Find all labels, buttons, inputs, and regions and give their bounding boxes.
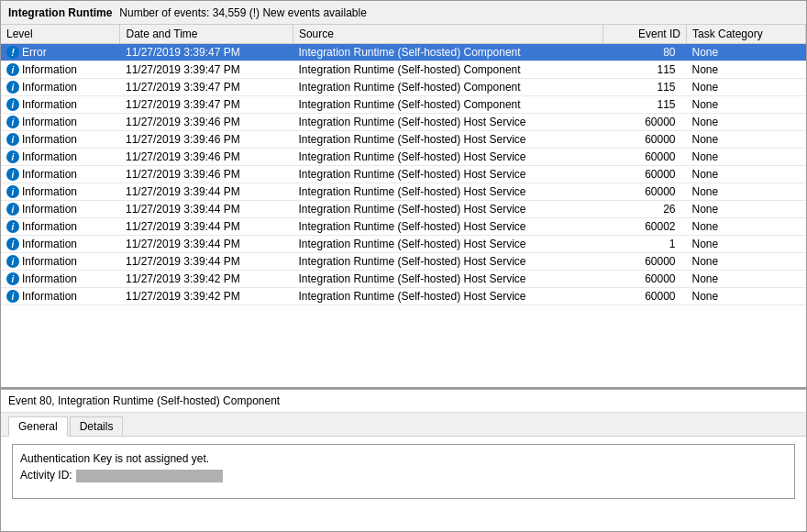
cell-eventid: 60000 — [603, 131, 687, 149]
table-row[interactable]: iInformation11/27/2019 3:39:46 PMIntegra… — [1, 131, 806, 149]
cell-source: Integration Runtime (Self-hosted) Compon… — [293, 61, 602, 79]
error-icon: ! — [6, 46, 19, 59]
title-bar: Integration Runtime Number of events: 34… — [1, 1, 806, 25]
tab-details[interactable]: Details — [70, 416, 124, 437]
cell-eventid: 60000 — [603, 166, 687, 183]
cell-taskcategory: None — [687, 79, 806, 96]
table-row[interactable]: iInformation11/27/2019 3:39:44 PMIntegra… — [1, 201, 806, 218]
cell-datetime: 11/27/2019 3:39:44 PM — [120, 218, 293, 236]
info-icon: i — [6, 116, 19, 128]
info-icon: i — [6, 81, 19, 94]
table-row[interactable]: iInformation11/27/2019 3:39:42 PMIntegra… — [1, 271, 806, 288]
level-label: Information — [22, 255, 77, 268]
cell-level: iInformation — [1, 166, 120, 183]
col-header-taskcategory: Task Category — [687, 25, 806, 44]
events-table-section: Level Date and Time Source Event ID Task… — [1, 25, 806, 389]
cell-taskcategory: None — [687, 218, 806, 236]
table-row[interactable]: iInformation11/27/2019 3:39:42 PMIntegra… — [1, 288, 806, 305]
detail-tabs: General Details — [1, 413, 806, 437]
level-label: Information — [22, 63, 77, 76]
level-label: Information — [22, 81, 77, 94]
cell-taskcategory: None — [687, 131, 806, 149]
level-label: Information — [22, 238, 77, 250]
cell-datetime: 11/27/2019 3:39:44 PM — [120, 183, 293, 201]
cell-source: Integration Runtime (Self-hosted) Host S… — [293, 253, 602, 271]
cell-taskcategory: None — [687, 149, 806, 166]
cell-source: Integration Runtime (Self-hosted) Host S… — [293, 131, 602, 149]
cell-source: Integration Runtime (Self-hosted) Host S… — [293, 183, 602, 201]
cell-level: iInformation — [1, 114, 120, 131]
cell-taskcategory: None — [687, 166, 806, 183]
cell-datetime: 11/27/2019 3:39:47 PM — [120, 79, 293, 96]
level-label: Information — [22, 150, 77, 163]
cell-level: iInformation — [1, 288, 120, 305]
level-label: Information — [22, 116, 77, 128]
table-header-row: Level Date and Time Source Event ID Task… — [1, 25, 806, 44]
cell-datetime: 11/27/2019 3:39:42 PM — [120, 288, 293, 305]
info-icon: i — [6, 203, 19, 216]
cell-source: Integration Runtime (Self-hosted) Host S… — [293, 201, 602, 218]
cell-datetime: 11/27/2019 3:39:46 PM — [120, 114, 293, 131]
level-label: Information — [22, 290, 77, 303]
cell-level: iInformation — [1, 131, 120, 149]
info-icon: i — [6, 255, 19, 268]
cell-eventid: 1 — [603, 236, 687, 253]
table-body: !Error11/27/2019 3:39:47 PMIntegration R… — [1, 44, 806, 305]
level-label: Information — [22, 220, 77, 233]
cell-level: iInformation — [1, 218, 120, 236]
table-row[interactable]: iInformation11/27/2019 3:39:47 PMIntegra… — [1, 96, 806, 114]
cell-taskcategory: None — [687, 236, 806, 253]
cell-datetime: 11/27/2019 3:39:44 PM — [120, 236, 293, 253]
table-row[interactable]: iInformation11/27/2019 3:39:44 PMIntegra… — [1, 183, 806, 201]
cell-level: iInformation — [1, 61, 120, 79]
table-row[interactable]: iInformation11/27/2019 3:39:46 PMIntegra… — [1, 114, 806, 131]
activity-id-value — [76, 470, 223, 482]
cell-datetime: 11/27/2019 3:39:46 PM — [120, 166, 293, 183]
cell-taskcategory: None — [687, 44, 806, 61]
table-row[interactable]: iInformation11/27/2019 3:39:47 PMIntegra… — [1, 61, 806, 79]
table-row[interactable]: iInformation11/27/2019 3:39:46 PMIntegra… — [1, 149, 806, 166]
cell-source: Integration Runtime (Self-hosted) Host S… — [293, 271, 602, 288]
cell-eventid: 60000 — [603, 114, 687, 131]
cell-eventid: 60000 — [603, 271, 687, 288]
cell-eventid: 60000 — [603, 288, 687, 305]
cell-datetime: 11/27/2019 3:39:46 PM — [120, 149, 293, 166]
info-icon: i — [6, 238, 19, 250]
tab-general[interactable]: General — [8, 416, 68, 437]
cell-level: !Error — [1, 44, 120, 61]
cell-source: Integration Runtime (Self-hosted) Host S… — [293, 218, 602, 236]
events-table: Level Date and Time Source Event ID Task… — [1, 25, 806, 305]
level-label: Information — [22, 98, 77, 111]
cell-datetime: 11/27/2019 3:39:47 PM — [120, 96, 293, 114]
col-header-eventid: Event ID — [603, 25, 687, 44]
cell-source: Integration Runtime (Self-hosted) Compon… — [293, 79, 602, 96]
table-row[interactable]: iInformation11/27/2019 3:39:44 PMIntegra… — [1, 253, 806, 271]
table-row[interactable]: iInformation11/27/2019 3:39:44 PMIntegra… — [1, 218, 806, 236]
cell-datetime: 11/27/2019 3:39:44 PM — [120, 201, 293, 218]
cell-level: iInformation — [1, 183, 120, 201]
cell-taskcategory: None — [687, 201, 806, 218]
table-row[interactable]: !Error11/27/2019 3:39:47 PMIntegration R… — [1, 44, 806, 61]
cell-eventid: 115 — [603, 96, 687, 114]
cell-eventid: 60000 — [603, 253, 687, 271]
main-window: Integration Runtime Number of events: 34… — [0, 0, 807, 532]
cell-datetime: 11/27/2019 3:39:42 PM — [120, 271, 293, 288]
info-icon: i — [6, 63, 19, 76]
cell-taskcategory: None — [687, 183, 806, 201]
cell-eventid: 80 — [603, 44, 687, 61]
info-icon: i — [6, 290, 19, 303]
cell-level: iInformation — [1, 79, 120, 96]
table-row[interactable]: iInformation11/27/2019 3:39:47 PMIntegra… — [1, 79, 806, 96]
cell-eventid: 60000 — [603, 183, 687, 201]
info-icon: i — [6, 220, 19, 233]
cell-level: iInformation — [1, 253, 120, 271]
cell-eventid: 115 — [603, 61, 687, 79]
cell-level: iInformation — [1, 149, 120, 166]
cell-taskcategory: None — [687, 271, 806, 288]
cell-level: iInformation — [1, 236, 120, 253]
events-count-info: Number of events: 34,559 (!) New events … — [119, 6, 366, 19]
info-icon: i — [6, 133, 19, 146]
info-icon: i — [6, 150, 19, 163]
table-row[interactable]: iInformation11/27/2019 3:39:46 PMIntegra… — [1, 166, 806, 183]
table-row[interactable]: iInformation11/27/2019 3:39:44 PMIntegra… — [1, 236, 806, 253]
